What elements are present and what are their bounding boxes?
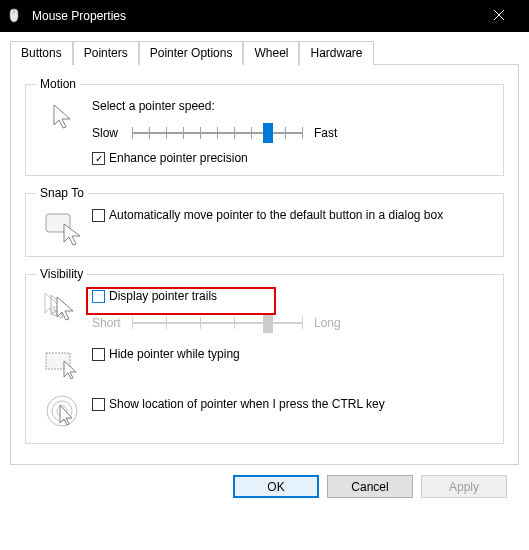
- group-visibility: Visibility Display pointer trails: [25, 267, 504, 444]
- slow-label: Slow: [92, 126, 132, 140]
- legend-visibility: Visibility: [36, 267, 87, 281]
- legend-snapto: Snap To: [36, 186, 88, 200]
- enhance-precision-label: Enhance pointer precision: [109, 151, 248, 165]
- mouse-icon: [8, 7, 24, 26]
- fast-label: Fast: [314, 126, 354, 140]
- group-motion: Motion Select a pointer speed: Slow: [25, 77, 504, 176]
- pointer-speed-label: Select a pointer speed:: [92, 99, 493, 113]
- trails-slider: [132, 311, 302, 335]
- tabs: Buttons Pointers Pointer Options Wheel H…: [10, 40, 519, 65]
- titlebar: Mouse Properties: [0, 0, 529, 32]
- display-trails-label: Display pointer trails: [109, 289, 217, 303]
- snapto-checkbox[interactable]: [92, 209, 105, 222]
- window-title: Mouse Properties: [32, 9, 477, 23]
- svg-marker-3: [54, 105, 70, 128]
- ctrl-locate-icon: [36, 391, 92, 433]
- svg-marker-5: [64, 224, 80, 245]
- tab-pointer-options[interactable]: Pointer Options: [139, 41, 244, 65]
- trails-icon: [36, 289, 92, 325]
- snapto-label: Automatically move pointer to the defaul…: [109, 208, 443, 222]
- hide-typing-label: Hide pointer while typing: [109, 347, 240, 361]
- ctrl-locate-label: Show location of pointer when I press th…: [109, 397, 385, 411]
- display-trails-checkbox[interactable]: [92, 290, 105, 303]
- ok-button[interactable]: OK: [233, 475, 319, 498]
- long-label: Long: [314, 316, 354, 330]
- enhance-precision-checkbox[interactable]: [92, 152, 105, 165]
- hide-typing-checkbox[interactable]: [92, 348, 105, 361]
- ctrl-locate-checkbox[interactable]: [92, 398, 105, 411]
- tab-hardware[interactable]: Hardware: [299, 41, 373, 65]
- tab-page: Motion Select a pointer speed: Slow: [10, 65, 519, 465]
- tab-pointers[interactable]: Pointers: [73, 41, 139, 65]
- tab-buttons[interactable]: Buttons: [10, 41, 73, 65]
- group-snapto: Snap To Automatically move pointer to th…: [25, 186, 504, 257]
- snapto-icon: [36, 208, 92, 246]
- dialog-buttons: OK Cancel Apply: [10, 465, 519, 498]
- apply-button: Apply: [421, 475, 507, 498]
- hide-typing-icon: [36, 347, 92, 379]
- pointer-speed-icon: [36, 99, 92, 137]
- cancel-button[interactable]: Cancel: [327, 475, 413, 498]
- short-label: Short: [92, 316, 132, 330]
- legend-motion: Motion: [36, 77, 80, 91]
- pointer-speed-slider[interactable]: [132, 121, 302, 145]
- tab-wheel[interactable]: Wheel: [243, 41, 299, 65]
- close-button[interactable]: [477, 8, 521, 24]
